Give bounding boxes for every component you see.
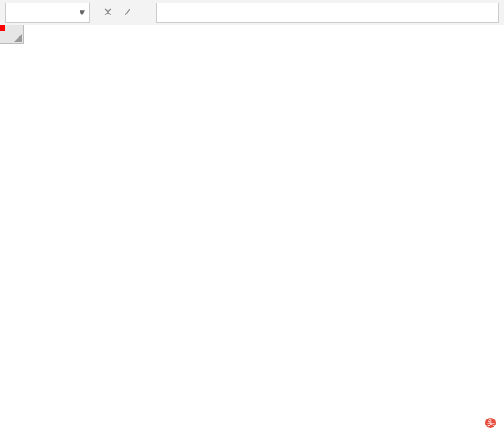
watermark: 头: [485, 417, 497, 428]
formula-bar: ▼ ✕ ✓: [0, 0, 504, 25]
select-all-corner[interactable]: [0, 25, 24, 44]
watermark-icon: 头: [485, 418, 496, 428]
formula-buttons: ✕ ✓: [95, 6, 151, 19]
chevron-down-icon[interactable]: ▼: [75, 8, 89, 17]
confirm-icon[interactable]: ✓: [123, 6, 132, 19]
cancel-icon[interactable]: ✕: [103, 6, 113, 19]
formula-input[interactable]: [156, 3, 499, 23]
name-box[interactable]: ▼: [5, 3, 90, 23]
